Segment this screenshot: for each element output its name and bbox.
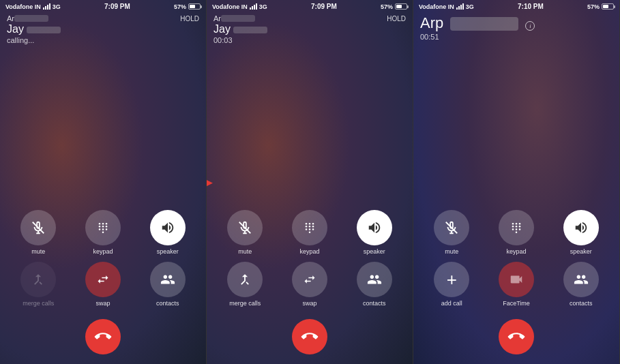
carrier-3: Vodafone IN — [419, 3, 454, 10]
swap-btn-1[interactable]: swap — [74, 262, 132, 307]
hold-name-1: Ar — [7, 14, 48, 22]
contacts-label-3: contacts — [570, 300, 593, 307]
merged-name-blur-3 — [450, 17, 518, 31]
speaker-btn-1[interactable]: speaker — [138, 210, 196, 255]
contacts-circle-3 — [563, 262, 599, 297]
carrier-2: Vodafone IN — [212, 3, 248, 10]
swap-btn-2[interactable]: swap — [281, 262, 339, 307]
mute-btn-2[interactable]: mute — [216, 210, 274, 255]
hold-prefix-2: Ar — [213, 14, 221, 22]
svg-point-9 — [106, 228, 108, 230]
hold-row-2: Ar HOLD — [213, 14, 406, 22]
keypad-label-3: keypad — [506, 248, 526, 255]
end-call-area-2 — [207, 314, 413, 364]
speaker-btn-2[interactable]: speaker — [345, 210, 403, 255]
network-1: 3G — [53, 3, 61, 10]
merge-circle-1 — [20, 262, 56, 297]
hold-name-blur-2 — [221, 15, 255, 22]
time-2: 7:09 PM — [311, 3, 337, 10]
mute-label-1: mute — [31, 248, 45, 255]
time-3: 7:10 PM — [518, 3, 544, 10]
merge-label-1: merge calls — [23, 300, 54, 307]
time-1: 7:09 PM — [104, 3, 130, 10]
hold-label-2: HOLD — [387, 15, 406, 22]
merge-btn-1[interactable]: merge calls — [10, 262, 68, 307]
status-left-1: Vodafone IN 3G — [5, 3, 61, 10]
phone-screen-1: Vodafone IN 3G 7:09 PM 57% Ar HOLD — [0, 0, 207, 364]
contacts-btn-1[interactable]: contacts — [138, 262, 196, 307]
carrier-1: Vodafone IN — [5, 3, 41, 10]
svg-point-27 — [516, 226, 518, 228]
contacts-circle-2 — [357, 262, 392, 297]
keypad-circle-3 — [499, 210, 534, 245]
svg-point-2 — [102, 223, 104, 225]
svg-point-32 — [516, 231, 518, 233]
svg-point-3 — [106, 223, 108, 225]
mute-circle-3 — [434, 210, 469, 245]
keypad-btn-3[interactable]: keypad — [488, 210, 546, 255]
mute-btn-1[interactable]: mute — [10, 210, 68, 255]
facetime-btn-3[interactable]: FaceTime — [488, 262, 546, 307]
merge-btn-2[interactable]: merge calls — [216, 262, 274, 307]
add-call-btn-3[interactable]: + add call — [423, 262, 481, 307]
end-call-btn-3[interactable] — [499, 319, 534, 354]
active-name-blur-2 — [233, 27, 267, 33]
svg-point-28 — [519, 226, 521, 228]
merge-arrow: ▶ — [207, 172, 211, 192]
speaker-label-1: speaker — [157, 248, 179, 255]
status-bar-1: Vodafone IN 3G 7:09 PM 57% — [0, 0, 206, 12]
speaker-label-2: speaker — [364, 248, 385, 255]
hold-label-1: HOLD — [180, 15, 199, 22]
end-call-area-3 — [413, 314, 619, 364]
svg-point-19 — [309, 228, 311, 230]
call-info-1: Ar HOLD Jay calling... — [0, 12, 206, 46]
hold-row-1: Ar HOLD — [7, 14, 199, 22]
network-3: 3G — [466, 3, 474, 10]
hold-prefix-1: Ar — [7, 14, 14, 22]
mute-btn-3[interactable]: mute — [423, 210, 481, 255]
keypad-circle-1 — [85, 210, 121, 245]
call-info-2: Ar HOLD Jay 00:03 — [207, 12, 413, 46]
keypad-btn-2[interactable]: keypad — [281, 210, 339, 255]
svg-point-15 — [306, 226, 308, 228]
add-label-3: add call — [441, 300, 462, 307]
battery-icon-2 — [395, 3, 407, 10]
network-2: 3G — [259, 3, 267, 10]
speaker-btn-3[interactable]: speaker — [552, 210, 610, 255]
keypad-btn-1[interactable]: keypad — [74, 210, 132, 255]
active-status-2: 00:03 — [213, 36, 406, 44]
keypad-circle-2 — [292, 210, 327, 245]
svg-point-7 — [99, 228, 101, 230]
svg-point-14 — [312, 223, 314, 225]
phone-screen-3: Vodafone IN 3G 7:10 PM 57% Arp i 00:51 — [413, 0, 620, 364]
end-call-btn-2[interactable] — [292, 319, 327, 354]
hold-name-2: Ar — [213, 14, 255, 22]
svg-point-21 — [309, 231, 311, 233]
status-right-3: 57% — [587, 3, 614, 10]
speaker-circle-1 — [150, 210, 186, 245]
add-circle-3: + — [434, 262, 469, 297]
contacts-btn-2[interactable]: contacts — [345, 262, 403, 307]
svg-point-8 — [102, 228, 104, 230]
facetime-circle-3 — [499, 262, 534, 297]
svg-point-18 — [306, 228, 308, 230]
svg-point-1 — [99, 223, 101, 225]
svg-point-20 — [312, 228, 314, 230]
swap-label-1: swap — [95, 300, 110, 307]
end-call-btn-1[interactable] — [85, 319, 121, 354]
phone-screen-2: ▶ Vodafone IN 3G 7:09 PM 57% Ar HOL — [207, 0, 413, 364]
status-left-2: Vodafone IN 3G — [212, 3, 267, 10]
contacts-btn-3[interactable]: contacts — [552, 262, 610, 307]
mute-circle-2 — [227, 210, 263, 245]
contacts-label-1: contacts — [156, 300, 179, 307]
info-icon-3[interactable]: i — [525, 21, 535, 31]
svg-point-13 — [309, 223, 311, 225]
battery-pct-1: 57% — [174, 3, 186, 10]
swap-circle-2 — [292, 262, 327, 297]
swap-circle-1 — [85, 262, 121, 297]
swap-label-2: swap — [302, 300, 316, 307]
battery-icon-3 — [602, 3, 614, 10]
call-info-3: Arp i 00:51 — [413, 12, 619, 42]
buttons-grid-1: mute keypad — [0, 203, 206, 314]
status-bar-2: Vodafone IN 3G 7:09 PM 57% — [207, 0, 413, 12]
